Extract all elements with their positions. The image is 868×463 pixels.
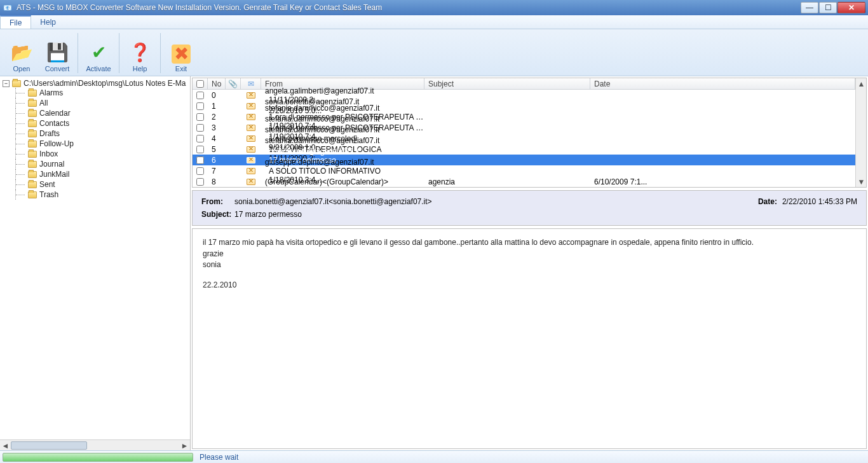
window-title: ATS - MSG to MBOX Converter Software New…: [17, 3, 800, 12]
tree-folder-journal[interactable]: Journal: [15, 159, 190, 169]
folder-label: Drafts: [39, 129, 60, 138]
activate-button[interactable]: ✔ Activate: [81, 32, 116, 74]
envelope-icon: [247, 103, 255, 109]
folder-tree[interactable]: − C:\Users\admin\Desktop\msg\Lotus Notes…: [0, 76, 190, 439]
folder-icon: [28, 90, 37, 97]
folder-label: All: [39, 99, 48, 107]
message-row[interactable]: 8(GroupCalendar)<(GroupCalendar)>agenzia…: [193, 176, 855, 187]
row-checkbox[interactable]: [196, 178, 204, 186]
separator: [78, 33, 78, 73]
col-envelope[interactable]: ✉: [241, 78, 261, 89]
progress-bar: [3, 453, 193, 462]
tree-folder-all[interactable]: All: [15, 98, 190, 108]
col-attachment[interactable]: 📎: [226, 78, 241, 89]
select-all-checkbox[interactable]: [196, 80, 204, 88]
envelope-icon: [247, 168, 255, 174]
convert-label: Convert: [45, 65, 70, 73]
folder-open-icon: 📂: [10, 41, 33, 64]
tree-folder-sent[interactable]: Sent: [15, 179, 190, 190]
tree-folder-trash[interactable]: Trash: [15, 190, 190, 200]
col-date[interactable]: Date: [590, 78, 855, 89]
scroll-right-icon[interactable]: ►: [179, 440, 190, 451]
scroll-left-icon[interactable]: ◄: [0, 440, 11, 451]
row-envelope: [241, 179, 261, 185]
row-envelope: [241, 103, 261, 109]
folder-icon: [28, 100, 37, 107]
row-checkbox[interactable]: [196, 167, 204, 175]
open-label: Open: [13, 65, 31, 73]
collapse-icon[interactable]: −: [3, 80, 10, 87]
tree-folder-calendar[interactable]: Calendar: [15, 108, 190, 118]
row-envelope: [241, 92, 261, 99]
tree-h-scrollbar[interactable]: ◄ ►: [0, 439, 190, 450]
list-v-scrollbar[interactable]: ▲ ▼: [855, 78, 866, 187]
folder-label: Journal: [39, 160, 64, 169]
col-subject[interactable]: Subject: [424, 78, 590, 89]
row-checkbox[interactable]: [196, 146, 204, 153]
envelope-icon: [247, 179, 255, 185]
body-line: il 17 marzo mio papà ha visita ortopedic…: [203, 238, 856, 248]
tree-folder-contacts[interactable]: Contacts: [15, 118, 190, 128]
message-row[interactable]: 7giuseppe.depinto@agenziaf07.itA SOLO TI…: [193, 165, 855, 176]
scroll-thumb[interactable]: [11, 441, 87, 450]
row-checkbox[interactable]: [196, 156, 204, 164]
date-value: 2/22/2010 1:45:33 PM: [782, 197, 857, 206]
row-checkbox[interactable]: [196, 113, 204, 121]
scroll-down-icon[interactable]: ▼: [856, 176, 867, 187]
row-from: (GroupCalendar)<(GroupCalendar)>: [261, 177, 424, 186]
folder-label: Calendar: [39, 109, 71, 118]
preview-body[interactable]: il 17 marzo mio papà ha visita ortopedic…: [192, 228, 867, 449]
tree-folder-junkmail[interactable]: JunkMail: [15, 169, 190, 179]
row-no: 1: [208, 102, 226, 111]
body-line: grazie: [203, 249, 856, 259]
col-no[interactable]: No: [208, 78, 226, 89]
folder-label: JunkMail: [39, 170, 69, 179]
preview-header: From: sonia.bonetti@agenziaf07.it<sonia.…: [192, 190, 867, 226]
row-no: 3: [208, 123, 226, 132]
exit-icon: ✖: [172, 45, 191, 64]
tree-folder-alarms[interactable]: Alarms: [15, 88, 190, 98]
envelope-icon: [247, 114, 255, 120]
help-icon: ❓: [128, 41, 151, 64]
row-no: 0: [208, 91, 226, 100]
help-button[interactable]: ❓ Help: [122, 32, 158, 74]
activate-label: Activate: [86, 65, 111, 73]
row-no: 2: [208, 113, 226, 121]
main-area: − C:\Users\admin\Desktop\msg\Lotus Notes…: [0, 76, 868, 450]
row-checkbox[interactable]: [196, 124, 204, 132]
tree-folder-follow-up[interactable]: Follow-Up: [15, 139, 190, 149]
body-line: sonia: [203, 260, 856, 270]
row-no: 6: [208, 156, 226, 165]
open-button[interactable]: 📂 Open: [4, 32, 39, 74]
folder-label: Alarms: [39, 88, 63, 97]
minimize-button[interactable]: —: [801, 2, 818, 13]
attachment-icon: 📎: [228, 79, 238, 88]
subject-label: Subject:: [201, 210, 234, 219]
maximize-button[interactable]: ☐: [819, 2, 837, 13]
row-envelope: [241, 146, 261, 153]
folder-icon: [28, 181, 37, 188]
row-checkbox[interactable]: [196, 102, 204, 110]
tree-folder-inbox[interactable]: Inbox: [15, 149, 190, 159]
row-subject: A SOLO TITOLO INFORMATIVO: [265, 167, 424, 176]
tree-root[interactable]: − C:\Users\admin\Desktop\msg\Lotus Notes…: [3, 79, 190, 88]
row-subject: agenzia: [424, 177, 590, 186]
exit-button[interactable]: ✖ Exit: [163, 32, 199, 74]
menu-file[interactable]: File: [0, 15, 31, 29]
app-icon: 📧: [3, 3, 13, 13]
row-no: 8: [208, 177, 226, 186]
subject-value: 17 marzo permesso: [234, 210, 857, 219]
folder-tree-pane: − C:\Users\admin\Desktop\msg\Lotus Notes…: [0, 76, 191, 450]
row-checkbox[interactable]: [196, 135, 204, 142]
tree-folder-drafts[interactable]: Drafts: [15, 128, 190, 139]
menu-bar: File Help: [0, 15, 868, 29]
row-checkbox[interactable]: [196, 92, 204, 99]
row-date: 6/10/2009 7:1...: [590, 177, 855, 186]
close-button[interactable]: ✕: [837, 2, 865, 13]
folder-label: Trash: [39, 190, 58, 199]
scroll-up-icon[interactable]: ▲: [856, 78, 867, 89]
menu-help[interactable]: Help: [31, 15, 65, 29]
col-checkbox[interactable]: [193, 78, 208, 89]
convert-button[interactable]: 💾 Convert: [39, 32, 75, 74]
check-icon: ✔: [87, 41, 110, 64]
